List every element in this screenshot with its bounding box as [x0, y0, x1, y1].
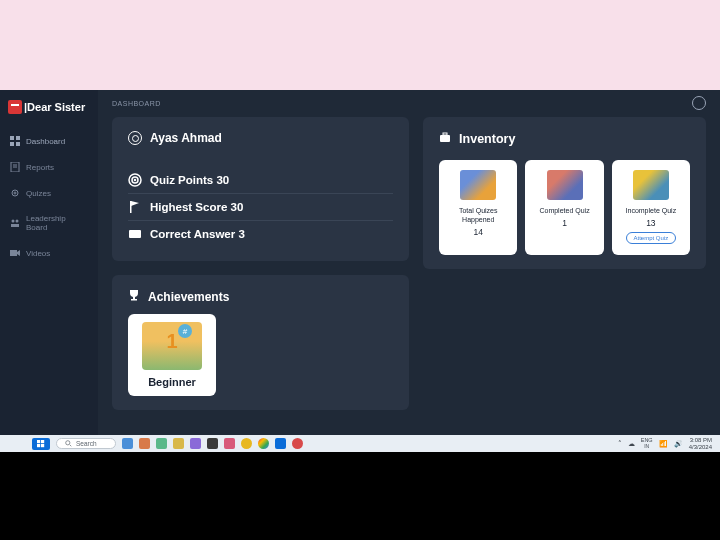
inventory-cards: Total Quizes Happened 14 Completed Quiz … — [439, 160, 690, 255]
briefcase-icon — [439, 131, 451, 146]
taskbar-app-icon[interactable] — [224, 438, 235, 449]
main-content: DASHBOARD Ayas Ahmad Quiz Points 30 — [98, 90, 720, 435]
taskbar-app-icon[interactable] — [156, 438, 167, 449]
inventory-value: 1 — [562, 218, 567, 228]
svg-rect-11 — [11, 224, 15, 227]
svg-point-17 — [135, 180, 136, 181]
sidebar-item-label: Reports — [26, 163, 54, 172]
inventory-illustration — [460, 170, 496, 200]
brand-logo[interactable]: |Dear Sister — [0, 90, 98, 128]
svg-rect-1 — [16, 136, 20, 140]
stat-label: Correct Answer 3 — [150, 228, 245, 240]
taskbar-tray[interactable]: ˄ ☁ ENG IN 📶 🔊 3:08 PM 4/3/2024 — [618, 437, 712, 450]
svg-marker-19 — [131, 201, 139, 206]
taskbar-app-icon[interactable] — [292, 438, 303, 449]
taskbar-search[interactable]: Search — [56, 438, 116, 449]
sidebar-item-quizes[interactable]: Quizes — [0, 180, 98, 206]
inventory-card: Inventory Total Quizes Happened 14 Compl… — [423, 117, 706, 269]
profile-icon[interactable] — [692, 96, 706, 110]
logo-icon — [8, 100, 22, 114]
inventory-value: 13 — [646, 218, 655, 228]
taskbar-clock[interactable]: 3:08 PM 4/3/2024 — [689, 437, 712, 450]
sidebar-item-videos[interactable]: Videos — [0, 240, 98, 266]
svg-rect-27 — [37, 444, 40, 447]
inventory-completed-quiz[interactable]: Completed Quiz 1 — [525, 160, 603, 255]
achievements-title: Achievements — [148, 290, 229, 304]
trophy-icon — [128, 289, 140, 304]
search-placeholder: Search — [76, 440, 97, 447]
svg-rect-2 — [10, 142, 14, 146]
taskbar-volume-icon[interactable]: 🔊 — [674, 440, 683, 448]
achievement-item[interactable]: Beginner — [128, 314, 216, 396]
browser-chrome-area — [0, 0, 720, 90]
stat-label: Quiz Points 30 — [150, 174, 229, 186]
svg-rect-12 — [15, 224, 19, 227]
svg-point-10 — [16, 220, 19, 223]
app-window: |Dear Sister Dashboard Reports Quizes Le… — [0, 90, 720, 435]
inventory-label: Completed Quiz — [539, 206, 589, 215]
taskbar-region: IN — [641, 444, 653, 449]
svg-point-8 — [14, 192, 16, 194]
check-icon — [128, 227, 142, 241]
video-icon — [10, 248, 20, 258]
svg-rect-13 — [10, 250, 17, 256]
target-icon — [128, 173, 142, 187]
gear-icon — [10, 188, 20, 198]
attempt-quiz-button[interactable]: Attempt Quiz — [626, 232, 677, 244]
svg-rect-25 — [37, 440, 40, 443]
taskbar-cloud-icon[interactable]: ☁ — [628, 440, 635, 448]
svg-marker-14 — [17, 250, 20, 256]
taskbar-app-icon[interactable] — [173, 438, 184, 449]
sidebar-item-dashboard[interactable]: Dashboard — [0, 128, 98, 154]
taskbar-app-icon[interactable] — [139, 438, 150, 449]
users-icon — [10, 218, 20, 228]
inventory-header: Inventory — [439, 131, 690, 146]
svg-rect-0 — [10, 136, 14, 140]
brand-name: |Dear Sister — [24, 101, 85, 113]
achievement-label: Beginner — [136, 376, 208, 388]
chrome-icon[interactable] — [258, 438, 269, 449]
taskbar-app-icon[interactable] — [275, 438, 286, 449]
sidebar: |Dear Sister Dashboard Reports Quizes Le… — [0, 90, 98, 435]
taskbar-app-icon[interactable] — [190, 438, 201, 449]
svg-rect-28 — [41, 444, 44, 447]
file-icon — [10, 162, 20, 172]
taskbar-app-icon[interactable] — [122, 438, 133, 449]
svg-rect-22 — [131, 299, 137, 301]
taskbar-app-icon[interactable] — [207, 438, 218, 449]
inventory-label: Total Quizes Happened — [445, 206, 511, 224]
bottom-black-bar — [0, 452, 720, 540]
sidebar-item-label: Videos — [26, 249, 50, 258]
breadcrumb: DASHBOARD — [112, 100, 706, 107]
dashboard-grid: Ayas Ahmad Quiz Points 30 Highest Score … — [112, 117, 706, 410]
inventory-incomplete-quiz[interactable]: Incomplete Quiz 13 Attempt Quiz — [612, 160, 690, 255]
svg-rect-23 — [440, 135, 450, 142]
achievement-illustration — [142, 322, 202, 370]
svg-rect-21 — [133, 296, 135, 299]
svg-rect-3 — [16, 142, 20, 146]
stat-highest-score: Highest Score 30 — [128, 194, 393, 221]
taskbar-chevron-icon[interactable]: ˄ — [618, 440, 622, 448]
inventory-value: 14 — [474, 227, 483, 237]
inventory-total-quizes[interactable]: Total Quizes Happened 14 — [439, 160, 517, 255]
sidebar-item-label: Quizes — [26, 189, 51, 198]
sidebar-item-reports[interactable]: Reports — [0, 154, 98, 180]
user-name-row: Ayas Ahmad — [128, 131, 393, 145]
grid-icon — [10, 136, 20, 146]
sidebar-item-leadership[interactable]: Leadership Board — [0, 206, 98, 240]
svg-rect-20 — [129, 230, 141, 238]
achievements-card: Achievements Beginner — [112, 275, 409, 410]
svg-point-7 — [12, 190, 18, 196]
inventory-illustration — [547, 170, 583, 200]
user-name: Ayas Ahmad — [150, 131, 222, 145]
windows-taskbar[interactable]: Search ˄ ☁ ENG IN 📶 🔊 3:08 PM 4/3/2024 — [0, 435, 720, 452]
taskbar-wifi-icon[interactable]: 📶 — [659, 440, 668, 448]
windows-start-button[interactable] — [32, 438, 50, 450]
svg-rect-26 — [41, 440, 44, 443]
taskbar-app-icon[interactable] — [241, 438, 252, 449]
inventory-label: Incomplete Quiz — [626, 206, 677, 215]
svg-rect-24 — [443, 133, 447, 135]
stat-correct-answer: Correct Answer 3 — [128, 221, 393, 247]
search-icon — [65, 440, 72, 447]
inventory-illustration — [633, 170, 669, 200]
